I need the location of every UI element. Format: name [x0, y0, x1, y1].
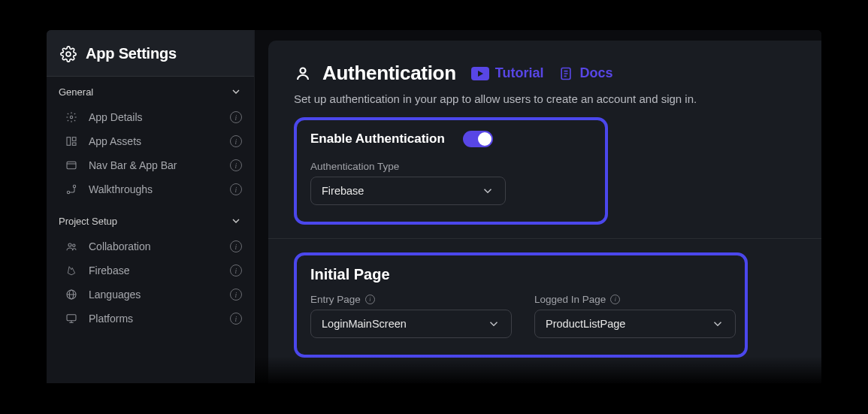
loggedin-page-label: Logged In Page i — [534, 294, 736, 305]
sidebar-item-collaboration[interactable]: Collaboration i — [47, 234, 254, 258]
info-icon[interactable]: i — [230, 313, 242, 325]
page-title: Authentication — [294, 62, 456, 85]
info-icon[interactable]: i — [230, 159, 242, 171]
sidebar-item-label: App Assets — [89, 135, 141, 147]
enable-auth-toggle[interactable] — [463, 131, 493, 147]
sidebar: App Settings General App Details i App A… — [47, 30, 255, 383]
sidebar-item-languages[interactable]: Languages i — [47, 283, 254, 307]
navbar-icon — [65, 159, 78, 171]
youtube-icon — [471, 67, 489, 80]
sidebar-item-label: App Details — [89, 111, 143, 123]
sidebar-item-platforms[interactable]: Platforms i — [47, 307, 254, 331]
sidebar-item-label: Languages — [89, 289, 141, 301]
svg-point-1 — [70, 116, 72, 118]
page-header: Authentication Tutorial Docs — [294, 62, 796, 85]
svg-point-7 — [67, 191, 69, 193]
docs-link[interactable]: Docs — [558, 65, 612, 81]
settings-alt-icon — [65, 111, 78, 123]
sidebar-item-label: Nav Bar & App Bar — [89, 159, 177, 171]
svg-rect-4 — [72, 143, 76, 145]
svg-point-0 — [66, 52, 71, 56]
info-icon[interactable]: i — [230, 111, 242, 123]
gear-icon — [60, 46, 77, 62]
divider — [268, 238, 821, 239]
auth-type-select[interactable]: Firebase — [310, 177, 506, 205]
sidebar-item-label: Walkthroughs — [89, 183, 153, 195]
section-header-project-setup[interactable]: Project Setup — [47, 206, 254, 233]
info-icon[interactable]: i — [230, 264, 242, 277]
sidebar-item-navbar[interactable]: Nav Bar & App Bar i — [47, 153, 254, 177]
entry-page-label: Entry Page i — [310, 294, 512, 305]
enable-auth-row: Enable Authentication — [310, 131, 591, 147]
section-label: General — [59, 86, 93, 98]
info-icon[interactable]: i — [230, 135, 242, 147]
initial-page-title: Initial Page — [310, 266, 731, 283]
sidebar-title: App Settings — [86, 45, 177, 62]
section-label: Project Setup — [59, 216, 117, 227]
toggle-knob — [478, 132, 491, 146]
auth-type-value: Firebase — [322, 185, 364, 197]
page-subtitle: Set up authentication in your app to all… — [294, 92, 796, 105]
auth-type-label: Authentication Type — [310, 161, 591, 172]
loggedin-page-field: Logged In Page i ProductListPage — [534, 294, 736, 338]
chevron-down-icon — [230, 86, 242, 98]
page-title-text: Authentication — [322, 62, 456, 85]
assets-icon — [65, 135, 78, 147]
globe-icon — [65, 289, 78, 301]
chevron-down-icon — [230, 215, 242, 227]
sidebar-item-firebase[interactable]: Firebase i — [47, 258, 254, 283]
info-icon[interactable]: i — [365, 295, 375, 304]
document-icon — [558, 66, 573, 81]
nav-list-general: App Details i App Assets i Nav Bar & App… — [47, 104, 254, 206]
svg-point-17 — [301, 68, 306, 73]
info-icon[interactable]: i — [230, 183, 242, 195]
users-icon — [65, 240, 78, 252]
route-icon — [65, 183, 78, 195]
person-icon — [294, 65, 312, 83]
nav-list-project-setup: Collaboration i Firebase i Languages i — [47, 233, 254, 335]
settings-panel: Authentication Tutorial Docs Set up auth… — [268, 41, 821, 383]
loggedin-page-label-text: Logged In Page — [534, 294, 606, 305]
entry-page-value: LoginMainScreen — [322, 318, 407, 330]
tutorial-link-label: Tutorial — [495, 65, 544, 81]
svg-rect-5 — [67, 162, 76, 168]
entry-page-field: Entry Page i LoginMainScreen — [310, 294, 512, 338]
loggedin-page-select[interactable]: ProductListPage — [534, 310, 736, 338]
initial-page-box: Initial Page Entry Page i LoginMainScree… — [294, 252, 748, 358]
entry-page-label-text: Entry Page — [310, 294, 361, 305]
enable-auth-box: Enable Authentication Authentication Typ… — [294, 117, 608, 225]
sidebar-item-label: Firebase — [89, 264, 129, 277]
info-icon[interactable]: i — [610, 295, 620, 304]
monitor-icon — [65, 313, 78, 325]
section-header-general[interactable]: General — [47, 77, 254, 104]
sidebar-item-label: Collaboration — [89, 240, 151, 252]
entry-page-select[interactable]: LoginMainScreen — [310, 310, 512, 338]
app-window: App Settings General App Details i App A… — [47, 30, 821, 383]
info-icon[interactable]: i — [230, 289, 242, 301]
sidebar-header: App Settings — [47, 30, 254, 77]
firebase-icon — [65, 264, 78, 277]
enable-auth-label: Enable Authentication — [310, 131, 445, 147]
initial-page-columns: Entry Page i LoginMainScreen Logged I — [310, 294, 731, 338]
sidebar-item-walkthroughs[interactable]: Walkthroughs i — [47, 177, 254, 201]
main-content: Authentication Tutorial Docs Set up auth… — [255, 30, 821, 383]
chevron-down-icon — [711, 317, 724, 331]
svg-rect-3 — [72, 137, 76, 141]
svg-rect-2 — [67, 137, 71, 146]
info-icon[interactable]: i — [230, 240, 242, 252]
loggedin-page-value: ProductListPage — [546, 318, 625, 330]
svg-rect-14 — [67, 315, 76, 321]
chevron-down-icon — [481, 184, 494, 198]
docs-link-label: Docs — [579, 65, 612, 81]
sidebar-item-app-assets[interactable]: App Assets i — [47, 129, 254, 153]
sidebar-item-app-details[interactable]: App Details i — [47, 105, 254, 129]
svg-point-8 — [73, 185, 75, 187]
tutorial-link[interactable]: Tutorial — [471, 65, 544, 81]
sidebar-item-label: Platforms — [89, 313, 133, 325]
chevron-down-icon — [487, 317, 501, 331]
svg-point-9 — [68, 243, 71, 246]
svg-point-10 — [73, 244, 75, 246]
